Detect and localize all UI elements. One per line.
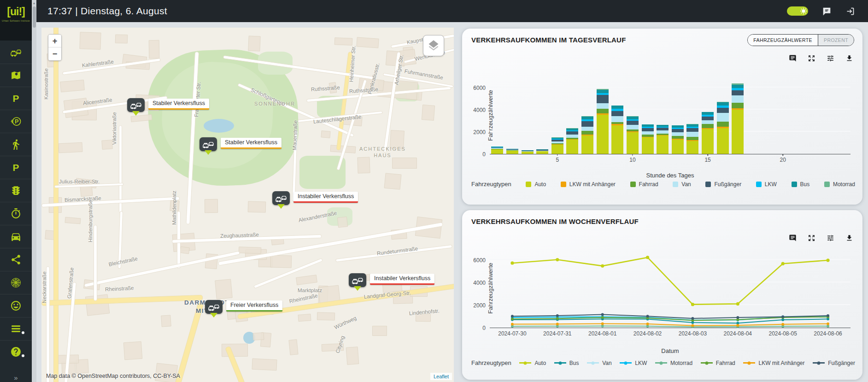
marker-label: Stabiler Verkersfluss: [148, 99, 209, 110]
legend-swatch: [756, 182, 762, 187]
legend-item[interactable]: Van: [587, 360, 611, 366]
data-point: [556, 314, 559, 317]
scrollbar-up-arrow-icon[interactable]: ▲: [32, 0, 36, 5]
chat-button[interactable]: [822, 6, 832, 16]
bar-hour-15: [702, 112, 714, 154]
legend-item[interactable]: LKW mit Anhänger: [743, 360, 804, 366]
sidebar-item-parking-zones[interactable]: P: [0, 156, 32, 179]
sidebar-item-network[interactable]: [0, 271, 32, 294]
map-zoom-control: + −: [48, 34, 62, 61]
legend-swatch: [526, 182, 531, 187]
traffic-marker-unstable[interactable]: Instabiler Verkersfluss: [349, 273, 434, 287]
bar-segment: [672, 129, 684, 132]
map-building: [149, 40, 160, 59]
sidebar-item-feedback[interactable]: [0, 294, 32, 317]
bar-segment: [657, 135, 669, 154]
zoom-in-button[interactable]: +: [48, 35, 61, 47]
traffic-marker-free[interactable]: Freier Verkersfluss: [205, 300, 282, 314]
gridline: [490, 131, 850, 132]
sidebar-item-parking[interactable]: P: [0, 87, 32, 110]
map-building: [115, 34, 127, 43]
legend-label: Fahrrad: [639, 181, 658, 188]
bar-segment: [732, 110, 744, 154]
sidebar-item-travel-times[interactable]: [0, 202, 32, 225]
bar-segment: [566, 135, 578, 138]
map-building: [337, 217, 348, 228]
data-point: [646, 256, 649, 259]
map[interactable]: KasinostraßeKahlertstraßeAlicenstraßeFra…: [41, 28, 454, 382]
traffic-flow-icon: [10, 47, 22, 58]
legend-item[interactable]: LKW mit Anhänger: [561, 181, 616, 188]
app-logo[interactable]: [ui!] Urban Software Institute: [0, 0, 32, 41]
sidebar-item-traffic-flow[interactable]: [0, 41, 32, 64]
traffic-marker-unstable[interactable]: Instabiler Verkersfluss: [272, 191, 358, 205]
legend-label: Bus: [800, 181, 810, 188]
bar-segment: [642, 137, 654, 154]
bar-hour-8: [597, 89, 609, 154]
legend-item[interactable]: Fahrrad: [630, 181, 658, 188]
sidebar-collapse-button[interactable]: »: [0, 374, 32, 382]
data-point: [601, 316, 604, 319]
bar-segment: [627, 132, 639, 154]
light-mode-toggle[interactable]: [787, 6, 808, 16]
data-point: [781, 262, 785, 265]
map-building: [298, 314, 311, 322]
page-scrollbar[interactable]: ▲: [32, 0, 36, 382]
legend-item[interactable]: LKW: [620, 360, 647, 366]
map-building: [317, 312, 335, 320]
sidebar-item-city-map[interactable]: [0, 64, 32, 87]
legend-item[interactable]: Fußgänger: [813, 360, 855, 366]
bar-hour-1: [491, 147, 503, 154]
map-building: [392, 158, 417, 169]
legend-item[interactable]: Motorrad: [824, 181, 855, 188]
traffic-cars-icon: [275, 194, 287, 203]
sidebar-item-share[interactable]: [0, 248, 32, 271]
map-layers-button[interactable]: [423, 35, 444, 56]
traffic-marker-stable[interactable]: Stabiler Verkersfluss: [199, 137, 282, 151]
sidebar-item-help[interactable]: [0, 340, 32, 363]
bar-chart: Fahrzeugzählwerte02000400060005101520Stu…: [462, 29, 862, 205]
traffic-marker-stable[interactable]: Stabiler Verkersfluss: [127, 98, 209, 112]
sidebar-item-pedestrian[interactable]: [0, 133, 32, 156]
legend-item[interactable]: Motorrad: [655, 360, 692, 366]
travel-times-icon: [10, 208, 22, 219]
bar-segment: [611, 106, 623, 109]
x-tick-label: 2024-08-04: [724, 330, 752, 337]
legend-item[interactable]: LKW: [756, 181, 777, 188]
sidebar-item-vehicles[interactable]: [0, 225, 32, 248]
map-attribution: Map data © OpenStreetMap contributors, C…: [46, 373, 180, 379]
map-building: [334, 37, 352, 46]
map-building: [248, 36, 260, 52]
bar-segment: [611, 116, 623, 122]
scrollbar-thumb[interactable]: [33, 6, 36, 28]
bar-segment: [551, 145, 563, 154]
badge-dot: [22, 354, 24, 357]
x-tick: [632, 154, 633, 156]
zoom-out-button[interactable]: −: [48, 47, 61, 60]
legend-item[interactable]: Auto: [526, 181, 546, 188]
legend-item[interactable]: Fußgänger: [705, 181, 741, 188]
legend-item[interactable]: Van: [673, 181, 691, 188]
data-point: [556, 317, 559, 320]
legend-item[interactable]: Bus: [792, 181, 810, 188]
data-point: [646, 315, 649, 317]
sidebar-item-traffic-lights[interactable]: [0, 179, 32, 202]
legend-item[interactable]: Bus: [554, 360, 579, 366]
data-point: [781, 323, 784, 326]
bar-segment: [491, 149, 503, 154]
legend-item[interactable]: Fahrrad: [701, 360, 735, 366]
bar-segment: [627, 125, 639, 129]
data-point: [601, 325, 604, 328]
leaflet-link[interactable]: Leaflet: [430, 373, 452, 380]
logout-button[interactable]: [845, 6, 855, 16]
bar-hour-17: [732, 83, 744, 154]
sidebar-item-park-charge[interactable]: P: [0, 110, 32, 133]
bar-hour-10: [627, 116, 639, 154]
legend-title: Fahrzeugtypen: [471, 359, 511, 366]
legend-item[interactable]: Auto: [519, 360, 546, 366]
bar-segment: [686, 132, 698, 137]
street-label: Rheinstraße: [105, 285, 134, 292]
marker-label: Instabiler Verkersfluss: [293, 192, 358, 203]
sidebar-item-menu[interactable]: [0, 317, 32, 340]
legend-title: Fahrzeugtypen: [471, 181, 511, 188]
